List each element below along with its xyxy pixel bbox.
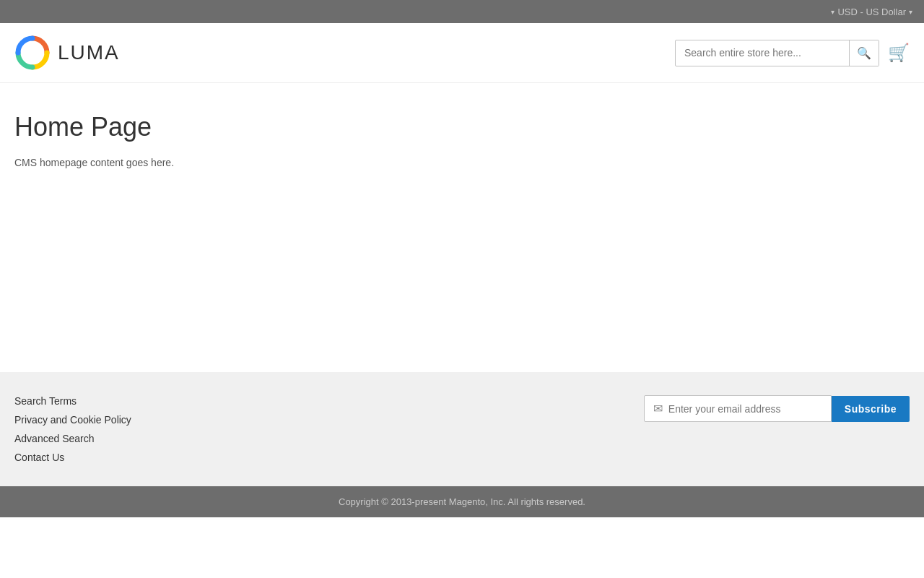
search-form: 🔍: [675, 40, 879, 66]
search-icon: 🔍: [857, 47, 871, 59]
site-footer: Search Terms Privacy and Cookie Policy A…: [0, 372, 924, 486]
subscribe-button[interactable]: Subscribe: [832, 396, 910, 422]
logo-link[interactable]: LUMA: [14, 35, 120, 71]
search-button[interactable]: 🔍: [849, 40, 879, 66]
logo-icon: [14, 35, 51, 71]
top-bar: ▾ USD - US Dollar ▾: [0, 0, 924, 23]
page-description: CMS homepage content goes here.: [14, 157, 910, 168]
cart-icon: 🛒: [888, 43, 910, 62]
chevron-right-icon: ▾: [909, 8, 912, 16]
contact-us-link[interactable]: Contact Us: [14, 452, 131, 463]
newsletter-email-input[interactable]: [668, 403, 820, 415]
advanced-search-link[interactable]: Advanced Search: [14, 433, 131, 444]
copyright-text: Copyright © 2013-present Magento, Inc. A…: [339, 496, 585, 507]
bottom-bar: Copyright © 2013-present Magento, Inc. A…: [0, 486, 924, 517]
currency-selector[interactable]: ▾ USD - US Dollar ▾: [831, 7, 912, 17]
newsletter-area: ✉ Subscribe: [644, 395, 910, 422]
search-terms-link[interactable]: Search Terms: [14, 395, 131, 407]
privacy-policy-link[interactable]: Privacy and Cookie Policy: [14, 414, 131, 426]
header-right: 🔍 🛒: [675, 40, 910, 66]
page-title: Home Page: [14, 112, 910, 142]
main-content: Home Page CMS homepage content goes here…: [0, 83, 924, 372]
search-input[interactable]: [676, 41, 849, 64]
site-header: LUMA 🔍 🛒: [0, 23, 924, 83]
footer-links: Search Terms Privacy and Cookie Policy A…: [14, 395, 131, 463]
chevron-left-icon: ▾: [831, 8, 834, 16]
currency-label: USD - US Dollar: [837, 7, 906, 17]
cart-button[interactable]: 🛒: [888, 43, 910, 63]
email-icon: ✉: [653, 402, 663, 415]
logo-text: LUMA: [58, 41, 120, 64]
newsletter-email-wrapper: ✉: [644, 395, 832, 422]
